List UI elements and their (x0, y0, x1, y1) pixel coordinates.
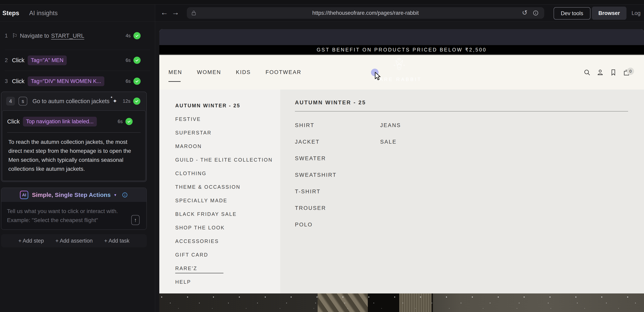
tab-steps[interactable]: Steps (2, 10, 19, 17)
step-duration: 6s (118, 119, 123, 124)
nav-item[interactable]: MEN (168, 67, 182, 77)
url-bar[interactable]: https://thehouseofrare.com/pages/rare-ra… (187, 7, 544, 19)
url-text[interactable]: https://thehouseofrare.com/pages/rare-ra… (187, 10, 544, 16)
ai-instruction-input[interactable]: Tell us what you want to click or intera… (2, 202, 128, 229)
mega-menu-panel: AUTUMN WINTER - 25 SHIRTJACKETSWEATERSWE… (280, 90, 644, 293)
submenu-item[interactable]: JEANS (380, 117, 401, 134)
submenu-column-1: SHIRTJACKETSWEATERSWEATSHIRTT-SHIRTTROUS… (295, 117, 380, 233)
app-window: Steps AI insights 1 ⚐ Navigate to START_… (0, 0, 644, 312)
ai-input-area: Tell us what you want to click or intera… (2, 202, 146, 229)
hero-garment-sleeve (318, 293, 368, 312)
substep-row[interactable]: Click Top navigation link labeled... 6s (2, 111, 145, 132)
menu-category-item[interactable]: AUTUMN WINTER - 25 (175, 99, 280, 112)
menu-category-item[interactable]: RARE'Z (175, 261, 280, 275)
up-arrow-icon: ↑ (134, 217, 137, 223)
step-row-1[interactable]: 1 ⚐ Navigate to START_URL 4s (0, 22, 155, 50)
menu-category-item[interactable]: SHOP THE LOOK (175, 221, 280, 234)
mouse-cursor-icon (374, 72, 382, 81)
submenu-item[interactable]: SALE (380, 134, 401, 150)
hero-garment-edge (432, 293, 433, 312)
submenu-column-2: JEANSSALE (380, 117, 401, 233)
selector-badge[interactable]: Tag="A" MEN (28, 55, 67, 65)
header-icons: 0 (584, 69, 630, 76)
view-tab-browser[interactable]: Browser (592, 7, 626, 20)
hero-image (159, 293, 644, 312)
search-icon[interactable] (584, 69, 591, 76)
task-label: Go to autum collection jackets (32, 98, 110, 104)
step-duration: 6s (126, 78, 131, 84)
step-action: Click (12, 57, 24, 64)
devtools-button[interactable]: Dev tools (554, 7, 590, 20)
menu-category-item[interactable]: CLOTHING (175, 167, 280, 180)
back-button[interactable]: ← (160, 9, 168, 16)
step-row-3[interactable]: 3 Click Tag="DIV" MEN WOMEN K... 6s (0, 71, 155, 92)
cart-icon[interactable]: 0 (623, 69, 630, 76)
window-title-bar (0, 0, 644, 5)
ai-mode-title[interactable]: Simple, Single Step Actions (32, 192, 111, 198)
menu-category-item[interactable]: FESTIVE (175, 112, 280, 126)
selector-badge[interactable]: Tag="DIV" MEN WOMEN K... (28, 76, 104, 86)
menu-category-item[interactable]: BLACK FRIDAY SALE (175, 207, 280, 221)
step-number-badge: 4 (6, 97, 15, 105)
submenu-item[interactable]: TROUSER (295, 200, 380, 216)
forward-button[interactable]: → (172, 9, 179, 16)
reload-icon[interactable]: ↺ (522, 9, 528, 17)
info-icon[interactable] (122, 192, 128, 198)
flag-icon: ⚐ (12, 33, 18, 39)
success-check-icon (134, 57, 140, 64)
sidebar-footer-actions: + Add step+ Add assertion+ Add task (1, 234, 147, 247)
step-mode-icon: s (18, 97, 27, 105)
success-check-icon (133, 98, 140, 105)
view-tab-log[interactable]: Log (630, 7, 642, 20)
step-number: 3 (5, 78, 12, 84)
nav-item[interactable]: FOOTWEAR (266, 67, 302, 77)
menu-category-item[interactable]: ACCESSORIES (175, 234, 280, 248)
menu-category-item[interactable]: THEME & OCCASSION (175, 180, 280, 194)
ai-reasoning-text: To reach the autumn collection jackets, … (2, 133, 145, 181)
menu-category-item[interactable]: SPECIALLY MADE (175, 194, 280, 207)
divider (295, 111, 628, 111)
task-group-header[interactable]: 4 s Go to autum collection jackets ✦ ✦ 1… (2, 92, 146, 110)
tab-ai-insights[interactable]: AI insights (29, 10, 58, 17)
wishlist-bookmark-icon[interactable] (610, 69, 617, 76)
submenu-item[interactable]: POLO (295, 216, 380, 233)
selector-badge[interactable]: Top navigation link labeled... (23, 117, 97, 126)
rare-rabbit-logo-icon[interactable]: R R (388, 57, 410, 77)
step-duration: 6s (126, 57, 131, 63)
step-action: Click (7, 118, 20, 125)
add-action-button[interactable]: + Add task (104, 238, 130, 244)
menu-category-item[interactable]: GIFT CARD (175, 248, 280, 261)
ai-action-panel: AI Simple, Single Step Actions ▾ Tell us… (1, 188, 147, 230)
submenu-item[interactable]: T-SHIRT (295, 183, 380, 200)
start-url-link[interactable]: START_URL (51, 33, 84, 39)
menu-category-item[interactable]: MAROON (175, 139, 280, 153)
announcement-banner: GST BENEFIT ON PRODUCTS PRICED BELOW ₹2,… (159, 45, 644, 54)
add-action-button[interactable]: + Add step (18, 238, 44, 244)
svg-text:R: R (394, 64, 395, 67)
menu-category-item[interactable]: GUILD - THE ELITE COLLECTION (175, 153, 280, 167)
task-substep-panel: Click Top navigation link labeled... 6s … (2, 110, 146, 181)
page-info-icon[interactable] (533, 10, 539, 16)
ai-panel-header[interactable]: AI Simple, Single Step Actions ▾ (2, 188, 146, 202)
account-icon[interactable] (596, 69, 604, 76)
ai-logo-icon: AI (20, 191, 28, 199)
submenu-item[interactable]: SWEATER (295, 150, 380, 167)
browser-viewport: GST BENEFIT ON PRODUCTS PRICED BELOW ₹2,… (159, 29, 644, 312)
submenu-item[interactable]: SHIRT (295, 117, 380, 134)
chevron-down-icon[interactable]: ▾ (114, 193, 116, 197)
mega-menu: AUTUMN WINTER - 25FESTIVESUPERSTARMAROON… (159, 90, 644, 293)
menu-category-item[interactable]: HELP (175, 275, 280, 289)
submenu-item[interactable]: JACKET (295, 134, 380, 150)
nav-item[interactable]: WOMEN (197, 67, 221, 77)
nav-item[interactable]: KIDS (236, 67, 251, 77)
step-duration: 12s (123, 98, 130, 104)
submenu-item[interactable]: SWEATSHIRT (295, 167, 380, 183)
menu-category-item[interactable]: SUPERSTAR (175, 126, 280, 139)
add-action-button[interactable]: + Add assertion (55, 238, 92, 244)
success-check-icon (126, 118, 132, 125)
submit-button[interactable]: ↑ (131, 215, 140, 225)
step-duration: 4s (126, 33, 131, 39)
submenu-heading: AUTUMN WINTER - 25 (295, 100, 644, 106)
step-row-2[interactable]: 2 Click Tag="A" MEN 6s (0, 50, 155, 71)
hero-garment-texture (399, 293, 432, 312)
